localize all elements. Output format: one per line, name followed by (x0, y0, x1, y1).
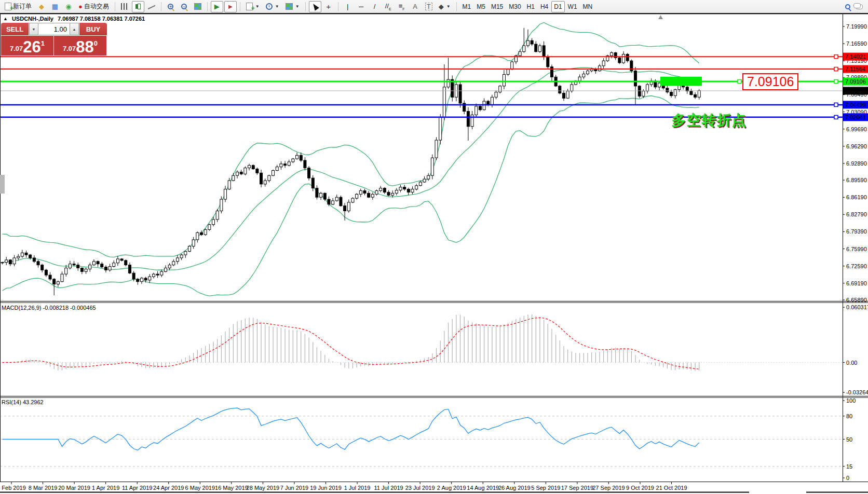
separator (115, 2, 115, 11)
date-tick: 26 Aug 2019 (498, 485, 531, 491)
buy-button[interactable]: BUY (79, 23, 107, 35)
main-toolbar: + 新订单 ◆ ▦ ◉ ● 自动交易 + − ▶ ► +▼ ▼ ▼ + | ─ … (0, 0, 868, 13)
chart-shift-button[interactable]: ► (224, 1, 237, 12)
level-badge-text: 7.04499 (845, 102, 866, 108)
collapse-toggle-icon[interactable]: ▲ (3, 16, 8, 21)
signals-button[interactable]: ◉ (62, 1, 75, 12)
timeframe-M15[interactable]: M15 (489, 1, 506, 12)
line-handle[interactable] (834, 67, 838, 71)
chevron-down-icon: ▼ (295, 4, 300, 9)
auto-scroll-button[interactable]: ▶ (211, 1, 223, 12)
crosshair-icon: + (326, 3, 331, 10)
date-tick: 14 Aug 2019 (467, 485, 499, 491)
zoom-in-button[interactable]: + (165, 1, 177, 12)
gold-icon: ◆ (39, 3, 44, 10)
timeframe-H4[interactable]: H4 (538, 1, 551, 12)
cursor-icon (311, 2, 319, 10)
price-tick: 6.65890 (846, 297, 867, 303)
date-tick: 20 Mar 2019 (58, 485, 90, 491)
zoom-out-button[interactable]: − (178, 1, 191, 12)
chat-icon[interactable] (856, 4, 863, 9)
template-button[interactable]: ▼ (283, 1, 302, 12)
symbol-period-label: USDCNH-,Daily (12, 16, 53, 22)
line-handle[interactable] (834, 115, 838, 119)
text-label-button[interactable]: T (423, 1, 435, 12)
signal-icon: ◉ (65, 3, 71, 10)
price-tick: 6.89590 (846, 177, 867, 183)
fibonacci-button[interactable]: ≡F (396, 1, 408, 12)
separator (338, 2, 338, 11)
profile-button[interactable]: ▦ (49, 1, 61, 12)
timeframe-M5[interactable]: M5 (474, 1, 488, 12)
price-tick: 6.69190 (846, 280, 867, 286)
channel-button[interactable]: //E (382, 1, 395, 12)
timeframe-MN[interactable]: MN (580, 1, 595, 12)
market-watch-button[interactable]: ◆ (35, 1, 48, 12)
volume-decrease-button[interactable]: ▼ (29, 23, 38, 35)
line-handle[interactable] (834, 80, 838, 84)
timeframe-W1[interactable]: W1 (565, 1, 580, 12)
macd-indicator-label: MACD(12,26,9) -0.008218 -0.000465 (2, 305, 96, 311)
arrows-icon: ◆ (439, 3, 444, 10)
new-order-button[interactable]: + 新订单 (2, 1, 34, 12)
rsi-axis-tick: 0 (846, 475, 849, 481)
sell-price[interactable]: 7.07 26 1 (1, 36, 53, 56)
line-handle[interactable] (834, 55, 838, 59)
search-icon[interactable] (845, 4, 850, 9)
arrows-button[interactable]: ◆▼ (436, 1, 453, 12)
separator (305, 2, 306, 11)
volume-input[interactable] (39, 23, 69, 35)
rsi-axis-tick: 80 (846, 413, 852, 419)
trendline-button[interactable]: / (369, 1, 381, 12)
candlestick-icon (134, 3, 142, 10)
line-handle[interactable] (834, 103, 838, 106)
separator (240, 2, 240, 11)
buy-price-big: 88 (76, 39, 93, 54)
zoom-out-icon: − (181, 4, 187, 9)
line-chart-button[interactable] (145, 1, 158, 12)
separator (456, 2, 457, 11)
vertical-line-button[interactable]: | (342, 1, 354, 12)
sell-button[interactable]: SELL (1, 23, 29, 35)
buy-price[interactable]: 7.07 88 0 (54, 36, 106, 56)
volume-increase-button[interactable]: ▲ (70, 23, 79, 35)
price-tick: 7.19990 (846, 23, 867, 30)
buy-price-sup: 0 (94, 39, 98, 47)
timeframe-H1[interactable]: H1 (524, 1, 537, 12)
tile-windows-button[interactable] (192, 1, 204, 12)
chart-canvas: 7.199907.165907.131907.098907.064907.030… (0, 0, 868, 494)
chart-title: ▲ USDCNH-,Daily 7.06987 7.08158 7.06381 … (3, 16, 145, 22)
date-tick: 23 Jul 2019 (405, 485, 435, 491)
line-handle[interactable] (738, 80, 741, 84)
autotrading-button[interactable]: ● 自动交易 (76, 1, 112, 12)
timeframe-D1[interactable]: D1 (551, 1, 564, 12)
rsi-indicator-label: RSI(14) 43.2962 (2, 399, 44, 405)
date-tick: 16 May 2019 (215, 485, 248, 491)
date-tick: 6 Feb 2019 (0, 485, 26, 491)
turning-point-annotation[interactable]: 多空转折点 (672, 111, 747, 130)
trendline-icon: / (374, 3, 376, 10)
timeframe-bar: M1M5M15M30H1H4D1W1MN (460, 1, 595, 12)
timeframe-M1[interactable]: M1 (460, 1, 474, 12)
cursor-button[interactable] (309, 1, 321, 12)
crosshair-button[interactable]: + (322, 1, 335, 12)
price-level-callout[interactable]: 7.09106 (742, 73, 798, 90)
date-tick: 21 Oct 2019 (656, 485, 687, 491)
candlestick-button[interactable] (132, 1, 144, 12)
date-tick: 5 Sep 2019 (531, 485, 560, 491)
price-tick: 6.92890 (846, 160, 867, 167)
profile-icon: ▦ (52, 3, 58, 10)
bar-chart-button[interactable] (118, 1, 131, 12)
left-edge-tab[interactable] (0, 175, 5, 194)
horizontal-line-button[interactable]: ─ (355, 1, 368, 12)
new-order-icon: + (5, 3, 11, 10)
price-tick: 6.72590 (846, 263, 867, 269)
text-button[interactable]: A (409, 1, 422, 12)
horizontal-line-icon: ─ (359, 3, 363, 10)
periods-button[interactable]: ▼ (263, 1, 282, 12)
date-tick: 17 Sep 2019 (561, 485, 593, 491)
text-label-icon: T (425, 3, 432, 10)
date-tick: 8 Mar 2019 (29, 485, 58, 491)
indicators-button[interactable]: +▼ (243, 1, 262, 12)
timeframe-M30[interactable]: M30 (506, 1, 523, 12)
